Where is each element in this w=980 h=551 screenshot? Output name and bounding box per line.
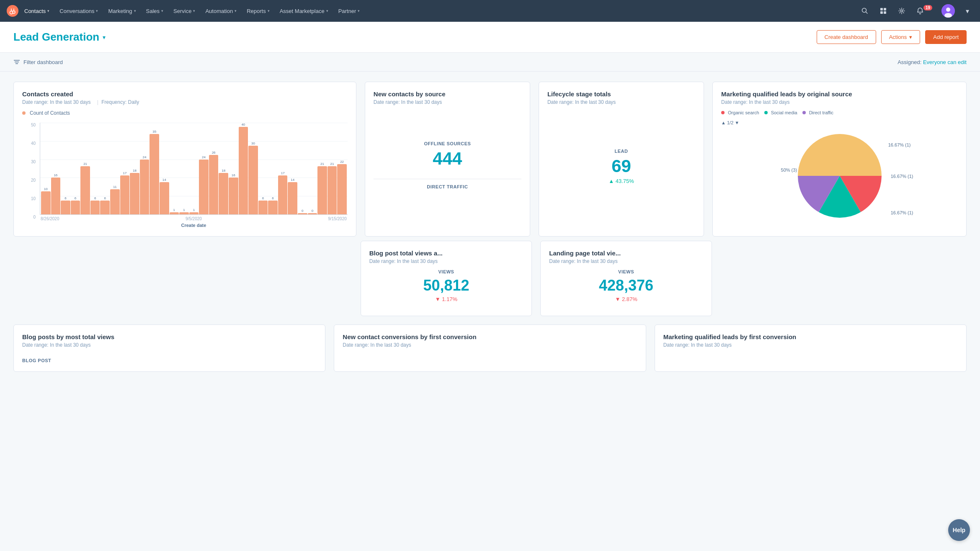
nav-automation-chevron: ▾ [235, 9, 237, 13]
dashboard: Contacts created Date range: In the last… [0, 72, 980, 382]
filter-icon [13, 59, 20, 65]
nav-sales[interactable]: Sales ▾ [142, 5, 168, 17]
nav-conversations[interactable]: Conversations ▾ [55, 5, 102, 17]
blog-posts-most-title: Blog posts by most total views [22, 333, 317, 340]
new-contact-conv-title: New contact conversions by first convers… [343, 333, 637, 340]
landing-page-subtitle: Date range: In the last 30 days [549, 258, 703, 264]
blog-posts-most-subtitle: Date range: In the last 30 days [22, 342, 317, 348]
bar: 24 [199, 123, 209, 214]
actions-button[interactable]: Actions ▾ [881, 30, 921, 44]
new-contacts-card: New contacts by source Date range: In th… [365, 82, 530, 237]
down-arrow-icon2: ▼ [615, 296, 620, 302]
assigned-value-link[interactable]: Everyone can edit [923, 59, 967, 65]
dashboard-row-1b: Blog post total views a... Date range: I… [13, 241, 967, 316]
direct-label: DIRECT TRAFFIC [374, 184, 521, 189]
bar: 17 [120, 123, 130, 214]
landing-page-views-card: Landing page total vie... Date range: In… [540, 241, 712, 316]
mql-first-conversion-card: Marketing qualified leads by first conve… [655, 324, 967, 372]
nav-conversations-chevron: ▾ [96, 9, 98, 13]
bar: 1 [179, 123, 189, 214]
blog-views-value: 50,812 [369, 277, 524, 294]
settings-icon[interactable] [896, 5, 908, 17]
marketplace-icon[interactable] [877, 5, 889, 17]
bar: 6 [100, 123, 110, 214]
direct-dot [802, 111, 806, 114]
lifecycle-subtitle: Date range: In the last 30 days [547, 99, 695, 105]
nav-asset-marketplace-chevron: ▾ [326, 9, 328, 13]
mql-title: Marketing qualified leads by original so… [721, 90, 958, 98]
user-avatar[interactable] [941, 4, 955, 18]
bar: 18 [219, 123, 228, 214]
bar: 6 [268, 123, 278, 214]
legend-direct: Direct traffic [802, 110, 833, 115]
new-contact-conversions-card: New contact conversions by first convers… [334, 324, 646, 372]
pie-label-purple: 16.67% (1) [891, 210, 913, 215]
bar: 21 [317, 123, 327, 214]
nav-automation[interactable]: Automation ▾ [201, 5, 241, 17]
nav-contacts-chevron: ▾ [47, 9, 49, 13]
nav-service[interactable]: Service ▾ [169, 5, 199, 17]
pie-label-teal: 16.67% (1) [891, 174, 913, 179]
blog-posts-most-views-card: Blog posts by most total views Date rang… [13, 324, 325, 372]
bar: 30 [248, 123, 258, 214]
new-contacts-subtitle: Date range: In the last 30 days [374, 99, 521, 105]
nav-marketing[interactable]: Marketing ▾ [104, 5, 140, 17]
bar: 35 [150, 123, 159, 214]
organic-dot [721, 111, 725, 114]
bar: 26 [209, 123, 219, 214]
bar: 6 [71, 123, 80, 214]
landing-views-section: VIEWS 428,376 ▼ 2.87% [549, 269, 703, 302]
lead-label: LEAD [547, 149, 695, 154]
pie-chart-svg [794, 130, 886, 222]
lead-section: LEAD 69 ▲ 43.75% [547, 149, 695, 184]
x-axis-title: Create date [40, 223, 348, 228]
blog-post-views-card: Blog post total views a... Date range: I… [361, 241, 532, 316]
create-dashboard-button[interactable]: Create dashboard [817, 30, 876, 44]
svg-rect-4 [884, 8, 886, 10]
nav-reports[interactable]: Reports ▾ [242, 5, 274, 17]
filter-bar: Filter dashboard Assigned: Everyone can … [0, 53, 980, 72]
filter-dashboard-button[interactable]: Filter dashboard [13, 59, 63, 65]
bar: 1 [189, 123, 199, 214]
lifecycle-title: Lifecycle stage totals [547, 90, 695, 98]
contacts-created-subtitle: Date range: In the last 30 days | Freque… [22, 99, 348, 105]
bar: 40 [239, 123, 248, 214]
bar: 16 [229, 123, 238, 214]
pie-label-orange: 50% (3) [781, 167, 797, 173]
bar: 21 [328, 123, 337, 214]
search-icon[interactable] [859, 5, 871, 17]
hubspot-logo[interactable] [7, 5, 18, 17]
add-report-button[interactable]: Add report [925, 30, 967, 44]
nav-asset-marketplace[interactable]: Asset Marketplace ▾ [276, 5, 333, 17]
bar: 0 [308, 123, 317, 214]
lifecycle-card: Lifecycle stage totals Date range: In th… [539, 82, 704, 237]
down-triangle-icon: ▼ [735, 120, 739, 125]
nav-marketing-chevron: ▾ [134, 9, 136, 13]
nav-contacts[interactable]: Contacts ▾ [20, 5, 54, 17]
mql-card: Marketing qualified leads by original so… [712, 82, 967, 237]
dashboard-row-2: Blog posts by most total views Date rang… [13, 324, 967, 372]
svg-line-2 [866, 12, 867, 14]
bar: 6 [61, 123, 70, 214]
account-chevron-icon[interactable]: ▾ [962, 5, 973, 17]
pie-nav[interactable]: ▲ 1/2 ▼ [721, 120, 958, 125]
bar: 24 [140, 123, 150, 214]
contacts-created-title: Contacts created [22, 90, 348, 98]
bar: 10 [41, 123, 51, 214]
dashboard-row-1: Contacts created Date range: In the last… [13, 82, 967, 237]
x-labels: 8/26/2020 9/5/2020 9/15/2020 [40, 216, 348, 221]
page-header: Lead Generation ▾ Create dashboard Actio… [0, 22, 980, 53]
mql-subtitle: Date range: In the last 30 days [721, 99, 958, 105]
nav-partner[interactable]: Partner ▾ [334, 5, 364, 17]
blog-views-label: VIEWS [369, 269, 524, 274]
blog-views-section: VIEWS 50,812 ▼ 1.17% [369, 269, 524, 302]
bar: 16 [51, 123, 61, 214]
legend-organic: Organic search [721, 110, 759, 115]
help-button[interactable]: Help [948, 519, 970, 541]
page-title-dropdown-icon[interactable]: ▾ [103, 34, 106, 41]
notification-area[interactable]: 19 [914, 5, 935, 17]
nav-service-chevron: ▾ [193, 9, 195, 13]
bar: 22 [337, 123, 347, 214]
blog-post-title: Blog post total views a... [369, 250, 524, 257]
down-arrow-icon: ▼ [435, 296, 441, 302]
